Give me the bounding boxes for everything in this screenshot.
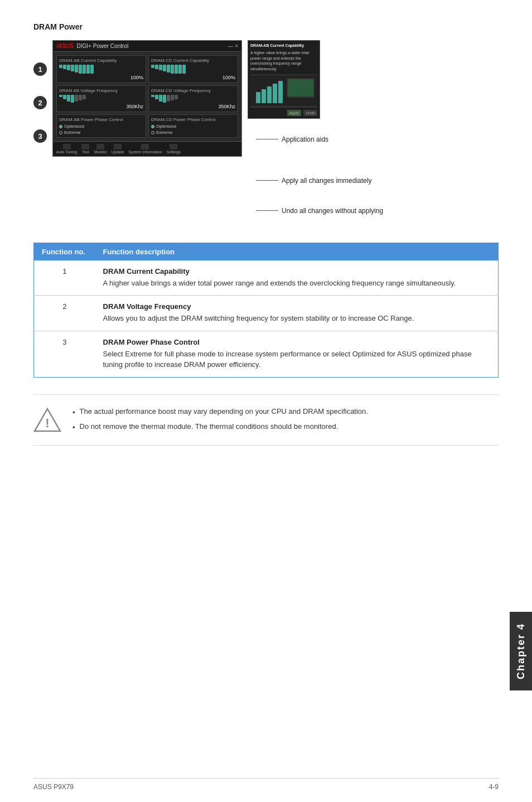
digi-body: DRAM-AB Current Capability 100% [53,52,241,141]
dram-cd-extreme[interactable]: Extreme [151,130,235,135]
footer-right: 4-9 [489,783,499,791]
digi-titlebar: /ASUS DIGI+ Power Control — × [53,41,241,52]
annotation-undo-all: Undo all changes without applying [256,207,383,215]
warning-text: •The actual performance boost may vary d… [72,406,368,433]
undo-all-label: Undo all changes without applying [256,207,383,215]
dram-cd-phase-panel: DRAM-CD Power Phase Control Optimized Ex… [148,114,238,138]
dram-cd-optimized[interactable]: Optimized [151,124,235,129]
table-cell-number: 2 [34,296,95,331]
dram-cd-current-panel: DRAM-CD Current Capability 100% [148,55,238,83]
tool-icon [81,144,89,149]
badge-1: 1 [33,62,47,76]
preview-title: DRAM-AB Current Capability [250,43,317,49]
dram-cd-voltage-panel: DRAM-CD Voltage Frequency 350Khz [148,85,238,112]
annotation-application-aids: Application aids [256,136,383,143]
monitor-label: Monitor [94,150,107,154]
dram-cd-phase-options: Optimized Extreme [151,124,235,135]
bullet: • [72,407,75,418]
func-desc: Select Extreme for full phase mode to in… [103,350,472,369]
dram-cd-phase-title: DRAM-CD Power Phase Control [151,117,235,122]
table-row: 3DRAM Power Phase ControlSelect Extreme … [34,331,499,377]
dram-ab-phase-title: DRAM-AB Power Phase Control [59,117,143,122]
section-title: DRAM Power [33,22,499,31]
toolbar-update[interactable]: Update [112,144,124,154]
page-footer: ASUS P9X79 4-9 [33,778,499,791]
dram-cd-voltage-value: 350Khz [151,104,235,109]
settings-icon [170,144,177,149]
screenshot-container: 1 2 3 /ASUS DIGI+ Power Control — × DRAM… [33,40,499,226]
system-info-label: System Information [128,150,162,154]
table-cell-desc: DRAM Power Phase ControlSelect Extreme f… [95,331,499,377]
toolbar-tool[interactable]: Tool [81,144,89,154]
settings-label: Settings [167,150,181,154]
bullet: • [72,422,75,433]
dram-ab-voltage-panel: DRAM AB Voltage Frequency 350Khz [56,85,146,112]
dram-cd-voltage-bars [151,95,235,103]
dram-ab-extreme[interactable]: Extreme [59,130,143,135]
annotations-column: Application aids Apply all changes immed… [248,119,383,226]
table-body: 1DRAM Current CapabilityA higher value b… [34,260,499,378]
function-table: Function no. Function description 1DRAM … [33,243,499,378]
monitor-icon [96,144,104,149]
col-function-no: Function no. [34,243,95,260]
dram-ab-optimized[interactable]: Optimized [59,124,143,129]
undo-btn-mock: Undo [303,110,317,116]
dram-ab-voltage-bars [59,95,143,103]
svg-rect-4 [273,84,277,103]
digi-toolbar: Auto Tuning Tool Monitor Update System I… [53,141,241,156]
svg-rect-2 [262,89,266,103]
dram-ab-phase-options: Optimized Extreme [59,124,143,135]
chapter-tab: Chapter 4 [510,612,532,690]
apply-all-label: Apply all changes immediately [256,177,383,185]
digi-close-btn[interactable]: — × [228,43,238,49]
digi-window-title: DIGI+ Power Control [77,43,129,49]
toolbar-settings[interactable]: Settings [167,144,181,154]
table-row: 1DRAM Current CapabilityA higher value b… [34,260,499,296]
svg-rect-1 [256,92,260,103]
preview-content: DRAM-AB Current Capability A higher valu… [248,41,320,118]
warning-item: •Do not remove the thermal module. The t… [72,421,368,433]
table-cell-desc: DRAM Current CapabilityA higher value br… [95,260,499,296]
toolbar-auto-tuning[interactable]: Auto Tuning [56,144,77,154]
dram-cd-extreme-dot [151,131,154,134]
preview-panel: DRAM-AB Current Capability A higher valu… [248,40,320,119]
col-function-desc: Function description [95,243,499,260]
warning-item: •The actual performance boost may vary d… [72,406,368,418]
svg-rect-7 [288,79,313,96]
footer-left: ASUS P9X79 [33,783,74,791]
badges-column: 1 2 3 [33,40,47,143]
table-cell-number: 1 [34,260,95,296]
table-row: 2DRAM Voltage FrequencyAllows you to adj… [34,296,499,331]
digi-titlebar-left: /ASUS DIGI+ Power Control [56,43,128,49]
dram-ab-voltage-value: 350Khz [59,104,143,109]
func-desc: Allows you to adjust the DRAM switching … [103,314,414,322]
func-title: DRAM Power Phase Control [103,338,491,346]
dram-ab-extreme-dot [59,131,62,134]
warning-triangle-svg: ! [33,406,61,434]
table-cell-number: 3 [34,331,95,377]
asus-logo: /ASUS [56,43,74,49]
annotation-apply-all: Apply all changes immediately [256,177,383,185]
func-title: DRAM Voltage Frequency [103,302,491,311]
update-icon [114,144,122,149]
preview-image [250,74,317,108]
dram-ab-current-value: 100% [59,75,143,80]
dram-ab-current-panel: DRAM-AB Current Capability 100% [56,55,146,83]
toolbar-system-info[interactable]: System Information [128,144,162,154]
func-desc: A higher value brings a wider total powe… [103,279,456,287]
badge-3: 3 [33,129,47,143]
system-info-icon [141,144,149,149]
table-cell-desc: DRAM Voltage FrequencyAllows you to adju… [95,296,499,331]
update-label: Update [112,150,124,154]
auto-tuning-label: Auto Tuning [56,150,77,154]
svg-rect-5 [278,81,283,103]
warning-item-text: Do not remove the thermal module. The th… [80,421,338,432]
dram-cd-optimized-label: Optimized [156,124,176,129]
dram-ab-extreme-label: Extreme [64,130,81,135]
dram-ab-optimized-label: Optimized [64,124,84,129]
svg-text:!: ! [45,416,49,430]
dram-ab-current-bars [59,65,143,74]
svg-rect-3 [267,86,272,103]
toolbar-monitor[interactable]: Monitor [94,144,107,154]
dram-ab-phase-panel: DRAM-AB Power Phase Control Optimized Ex… [56,114,146,138]
